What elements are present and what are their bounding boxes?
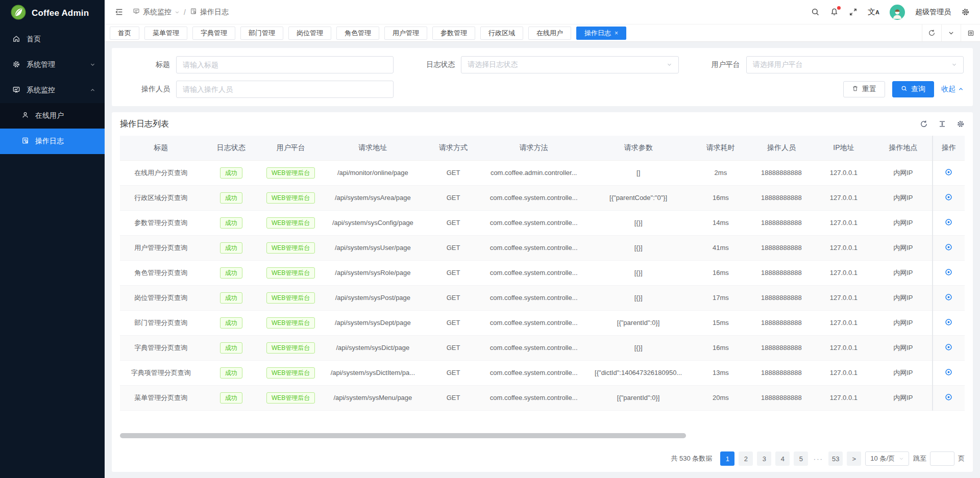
search-button[interactable]: 查询 xyxy=(892,81,934,97)
page-jump-input[interactable] xyxy=(930,451,954,466)
chevron-down-icon xyxy=(175,8,180,16)
breadcrumb-item-operation-log: 操作日志 xyxy=(190,8,229,17)
pagination-ellipsis[interactable]: ··· xyxy=(812,455,824,463)
settings-gear-icon[interactable] xyxy=(961,8,970,16)
page-button[interactable]: 3 xyxy=(757,451,771,466)
page-button[interactable]: 2 xyxy=(739,451,753,466)
pagination-total: 共 530 条数据 xyxy=(671,454,712,463)
collapse-filters-link[interactable]: 收起 xyxy=(941,85,964,94)
sidebar-item-home[interactable]: 首页 xyxy=(0,27,105,52)
tab-bar: 首页菜单管理字典管理部门管理岗位管理角色管理用户管理参数管理行政区域在线用户操作… xyxy=(105,24,980,42)
filter-title-field: 标题 xyxy=(121,56,394,73)
table-body: 在线用户分页查询成功WEB管理后台/api/monitor/online/pag… xyxy=(120,160,965,410)
status-badge: WEB管理后台 xyxy=(266,192,315,204)
tab[interactable]: 岗位管理 xyxy=(288,27,331,40)
tab[interactable]: 菜单管理 xyxy=(144,27,187,40)
tab-active[interactable]: 操作日志× xyxy=(576,27,626,40)
status-badge: WEB管理后台 xyxy=(266,242,315,254)
view-detail-eye-icon[interactable] xyxy=(944,318,953,326)
refresh-icon[interactable] xyxy=(920,120,928,128)
table-column-header: 用户平台 xyxy=(260,136,322,160)
view-detail-eye-icon[interactable] xyxy=(944,293,953,301)
maximize-content-icon[interactable] xyxy=(961,24,980,41)
sidebar-item-system-monitor[interactable]: 系统监控 xyxy=(0,78,105,103)
collapse-sidebar-icon[interactable] xyxy=(115,8,124,16)
table-row: 用户管理分页查询成功WEB管理后台/api/system/sysUser/pag… xyxy=(120,235,965,260)
tab-bar-tabs: 首页菜单管理字典管理部门管理岗位管理角色管理用户管理参数管理行政区域在线用户操作… xyxy=(105,27,922,40)
row-density-icon[interactable] xyxy=(938,120,946,128)
page-button[interactable]: 53 xyxy=(828,451,843,466)
sidebar-item-online-users[interactable]: 在线用户 xyxy=(0,103,105,129)
refresh-icon[interactable] xyxy=(922,24,941,41)
tab[interactable]: 在线用户 xyxy=(528,27,571,40)
filter-status-label: 日志状态 xyxy=(406,60,455,69)
tab[interactable]: 首页 xyxy=(110,27,139,40)
tab[interactable]: 字典管理 xyxy=(192,27,235,40)
status-badge: 成功 xyxy=(220,267,242,279)
log-icon xyxy=(21,137,29,146)
view-detail-eye-icon[interactable] xyxy=(944,343,953,351)
log-icon xyxy=(190,8,197,16)
reset-button[interactable]: 重置 xyxy=(843,81,885,97)
tab-close-icon[interactable]: × xyxy=(615,30,618,37)
page-button[interactable]: 4 xyxy=(775,451,790,466)
view-detail-eye-icon[interactable] xyxy=(944,218,953,227)
tab[interactable]: 角色管理 xyxy=(336,27,379,40)
search-icon[interactable] xyxy=(811,8,820,16)
chevron-down-icon xyxy=(90,61,95,69)
tab[interactable]: 参数管理 xyxy=(432,27,475,40)
page-button[interactable]: 1 xyxy=(720,451,734,466)
tab[interactable]: 用户管理 xyxy=(384,27,427,40)
breadcrumb-item-monitor[interactable]: 系统监控 xyxy=(133,8,180,17)
platform-select[interactable]: 请选择用户平台 xyxy=(746,56,964,73)
view-detail-eye-icon[interactable] xyxy=(944,393,953,401)
filter-status-field: 日志状态 请选择日志状态 xyxy=(406,56,678,73)
title-input[interactable] xyxy=(183,61,387,69)
next-page-button[interactable]: > xyxy=(847,451,861,466)
status-badge: 成功 xyxy=(220,367,242,379)
filter-actions: 重置 查询 收起 xyxy=(406,81,964,98)
view-detail-eye-icon[interactable] xyxy=(944,368,953,376)
view-detail-eye-icon[interactable] xyxy=(944,168,953,177)
status-badge: WEB管理后台 xyxy=(266,167,315,179)
sidebar-item-operation-log[interactable]: 操作日志 xyxy=(0,129,105,154)
chevron-down-icon[interactable] xyxy=(941,24,961,41)
table-header-row: 标题日志状态用户平台请求地址请求方式请求方法请求参数请求耗时操作人员IP地址操作… xyxy=(120,136,965,160)
column-settings-gear-icon[interactable] xyxy=(957,120,965,128)
page-content: 标题 日志状态 请选择日志状态 用户平台 请选择用户平台 xyxy=(105,42,980,478)
sidebar: Coffee Admin 首页 系统管理 系统监控 在线用户 操作日志 xyxy=(0,0,105,478)
pagination-pages: 12345···53> xyxy=(720,451,861,466)
page-button[interactable]: 5 xyxy=(794,451,808,466)
fullscreen-icon[interactable] xyxy=(849,8,857,16)
table-tools xyxy=(920,120,965,128)
tab[interactable]: 部门管理 xyxy=(240,27,283,40)
status-select[interactable]: 请选择日志状态 xyxy=(461,56,678,73)
table-row: 部门管理分页查询成功WEB管理后台/api/system/sysDept/pag… xyxy=(120,310,965,335)
view-detail-eye-icon[interactable] xyxy=(944,193,953,202)
horizontal-scrollbar-thumb[interactable] xyxy=(120,433,686,438)
sidebar-item-label: 在线用户 xyxy=(35,111,64,120)
sidebar-item-system-management[interactable]: 系统管理 xyxy=(0,52,105,78)
status-badge: WEB管理后台 xyxy=(266,342,315,354)
filter-panel: 标题 日志状态 请选择日志状态 用户平台 请选择用户平台 xyxy=(112,48,973,106)
table-row: 岗位管理分页查询成功WEB管理后台/api/system/sysPost/pag… xyxy=(120,285,965,310)
gear-icon xyxy=(12,60,20,70)
tab[interactable]: 行政区域 xyxy=(480,27,523,40)
status-badge: 成功 xyxy=(220,292,242,304)
table-column-header: 操作 xyxy=(933,136,965,160)
status-badge: 成功 xyxy=(220,217,242,229)
view-detail-eye-icon[interactable] xyxy=(944,268,953,276)
tab-bar-tools xyxy=(922,24,980,41)
table-row: 菜单管理分页查询成功WEB管理后台/api/system/sysMenu/pag… xyxy=(120,385,965,410)
status-badge: WEB管理后台 xyxy=(266,267,315,279)
sidebar-item-label: 系统监控 xyxy=(27,86,55,95)
filter-title-label: 标题 xyxy=(121,60,170,69)
operator-input[interactable] xyxy=(183,85,387,93)
notification-bell-icon[interactable] xyxy=(830,8,839,16)
avatar[interactable] xyxy=(890,5,905,20)
view-detail-eye-icon[interactable] xyxy=(944,243,953,251)
search-icon xyxy=(901,85,908,93)
language-translate-icon[interactable]: 文A xyxy=(868,7,879,17)
page-size-select[interactable]: 10 条/页 xyxy=(865,451,909,466)
user-name[interactable]: 超级管理员 xyxy=(915,8,951,17)
